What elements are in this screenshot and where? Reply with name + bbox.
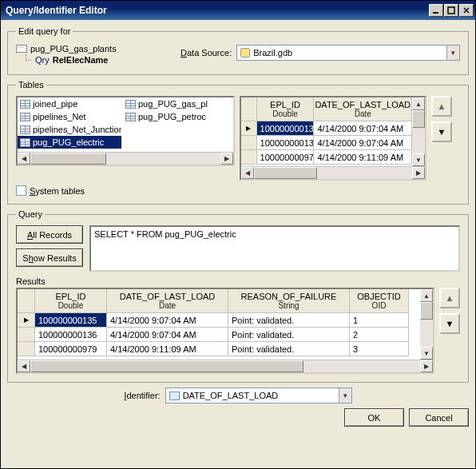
tables-item[interactable]: pipelines_Net_Junctions [18,123,121,136]
show-results-button[interactable]: Show Results [16,248,83,267]
grid-cell[interactable]: 100000000135 [35,313,107,328]
dropdown-arrow-icon[interactable] [446,46,459,60]
dropdown-arrow-icon[interactable] [339,388,351,403]
table-icon [20,125,30,134]
tables-list-hscroll[interactable]: ◀ ▶ [18,152,233,165]
scroll-left-icon[interactable]: ◀ [18,360,30,372]
grid-row[interactable]: 100000000136 4/14/2000 9:07:04 AM Point:… [18,328,420,342]
system-tables-checkbox[interactable] [16,185,26,196]
tree-db-row[interactable]: pug_PUG_gas_plants [16,44,160,54]
grid-cell[interactable]: 4/14/2000 9:11:09 AM [314,150,412,165]
tables-item[interactable]: pug_PUG_gas_pl [123,97,227,110]
scroll-right-icon[interactable]: ▶ [412,167,425,179]
grid-cell[interactable]: 4/14/2000 9:07:04 AM [314,136,412,150]
grid-cell[interactable]: 100000000979 [35,342,107,356]
database-icon [16,45,27,53]
tables-item[interactable]: pug_PUG_petroc [123,110,227,123]
table-icon [20,138,30,147]
grid-cell[interactable]: 4/14/2000 9:07:04 AM [107,313,228,328]
grid-cell[interactable]: 100000000135 [257,121,315,136]
scroll-left-icon[interactable]: ◀ [241,167,254,179]
tables-fieldset: Tables joined_pipe pipelines_Net pipelin… [7,80,469,205]
scroll-up-icon[interactable]: ▲ [420,289,433,302]
svg-rect-0 [433,12,438,14]
qry-prefix: Qry [35,55,50,65]
ok-button[interactable]: OK [344,408,404,427]
titlebar[interactable]: Query/Identifier Editor [1,1,475,20]
grid-header[interactable]: OBJECTIDOID [350,289,409,313]
scroll-right-icon[interactable]: ▶ [220,153,233,165]
tree-query-row[interactable]: Qry RelElecName [16,55,160,65]
close-button[interactable] [459,4,474,17]
grid-rowhead[interactable] [241,121,257,136]
grid-header[interactable]: DATE_OF_LAST_LOADDate [107,289,228,313]
move-up-button[interactable]: ▲ [431,96,452,117]
grid-cell[interactable]: 3 [350,342,409,356]
grid-row[interactable]: 100000000135 4/14/2000 9:07:04 AM Point:… [18,313,420,328]
grid-cell[interactable]: 100000000136 [35,328,107,342]
tables-item[interactable]: pipelines_Net [18,110,121,123]
grid-cell[interactable]: 4/14/2000 9:07:04 AM [107,328,228,342]
window-title: Query/Identifier Editor [6,5,429,16]
tables-item[interactable]: pug_PUG_electric [18,136,121,149]
tree-db-label: pug_PUG_gas_plants [30,44,117,54]
grid-header[interactable]: EPL_IDDouble [35,289,107,313]
scroll-up-icon[interactable]: ▲ [412,97,425,110]
results-grid-vscroll[interactable]: ▲ ▼ [420,289,433,360]
grid-rowhead[interactable] [241,136,257,150]
tree-connector [26,54,32,61]
grid-cell[interactable]: Point: validated. [228,342,350,356]
scroll-right-icon[interactable]: ▶ [420,360,433,372]
tables-item-label: pug_PUG_electric [33,137,104,147]
move-down-button[interactable]: ▼ [431,121,452,142]
grid-rowhead[interactable] [18,328,35,342]
field-icon [169,391,180,400]
data-source-label: Data Source: [180,48,232,58]
tables-preview-grid[interactable]: EPL_IDDouble DATE_OF_LAST_LOADDate 10000… [240,96,426,181]
data-source-value: Brazil.gdb [253,48,292,58]
identifier-dropdown[interactable]: DATE_OF_LAST_LOAD [165,388,352,403]
grid-cell[interactable]: 100000000979 [257,150,315,165]
minimize-button[interactable] [429,4,443,17]
geodatabase-icon [240,48,250,58]
grid-header[interactable]: DATE_OF_LAST_LOADDate [314,97,412,121]
scroll-left-icon[interactable]: ◀ [18,153,30,165]
results-grid[interactable]: EPL_IDDouble DATE_OF_LAST_LOADDate REASO… [16,288,434,374]
results-move-up-button[interactable]: ▲ [439,288,460,308]
tables-item[interactable]: joined_pipe [18,97,121,110]
grid-rowhead[interactable] [241,150,257,165]
grid-cell[interactable]: Point: validated. [228,313,350,328]
tables-item-label: pipelines_Net_Junctions [33,125,121,134]
scroll-down-icon[interactable]: ▼ [420,347,433,360]
grid-row[interactable]: 100000000136 4/14/2000 9:07:04 AM [241,136,412,150]
grid-rowhead[interactable] [18,342,35,356]
grid-cell[interactable]: 100000000136 [257,136,315,150]
maximize-button[interactable] [444,4,458,17]
scroll-down-icon[interactable]: ▼ [412,153,425,166]
results-grid-hscroll[interactable]: ◀ ▶ [18,360,433,372]
grid-header[interactable]: REASON_OF_FAILUREString [228,289,350,313]
query-fieldset: Query All Records Show Results SELECT * … [7,209,469,383]
table-icon [125,113,136,121]
sql-textarea[interactable]: SELECT * FROM pug_PUG_electric [89,225,460,272]
grid-cell[interactable]: 2 [350,328,409,342]
grid-row[interactable]: 100000000135 4/14/2000 9:07:04 AM [241,121,412,136]
results-move-down-button[interactable]: ▼ [439,313,460,334]
grid-cell[interactable]: 4/14/2000 9:11:09 AM [107,342,228,356]
grid-row[interactable]: 100000000979 4/14/2000 9:11:09 AM Point:… [18,342,420,356]
all-records-button[interactable]: All Records [16,225,83,244]
grid-header[interactable]: EPL_IDDouble [257,97,315,121]
tables-item-label: pug_PUG_gas_pl [138,99,208,109]
grid-row[interactable]: 100000000979 4/14/2000 9:11:09 AM [241,150,412,165]
tables-grid-vscroll[interactable]: ▲ ▼ [412,97,425,166]
grid-cell[interactable]: Point: validated. [228,328,350,342]
identifier-value: DATE_OF_LAST_LOAD [183,391,279,400]
table-icon [20,113,30,121]
grid-cell[interactable]: 4/14/2000 9:07:04 AM [314,121,412,136]
cancel-button[interactable]: Cancel [409,408,469,427]
tables-grid-hscroll[interactable]: ◀ ▶ [241,166,425,179]
tables-listbox[interactable]: joined_pipe pipelines_Net pipelines_Net_… [16,96,235,166]
grid-cell[interactable]: 1 [350,313,409,328]
data-source-dropdown[interactable]: Brazil.gdb [236,45,460,61]
grid-rowhead[interactable] [18,313,35,328]
